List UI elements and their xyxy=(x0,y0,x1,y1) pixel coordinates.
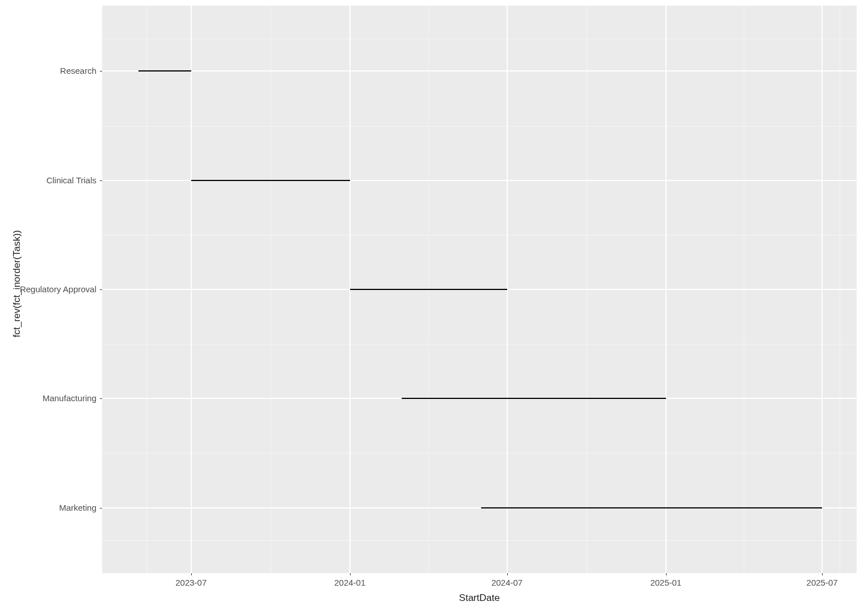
y-tick-label: Research xyxy=(0,66,96,75)
x-tick xyxy=(191,573,192,575)
vgrid-minor xyxy=(146,6,147,573)
x-tick-label: 2023-07 xyxy=(175,578,207,587)
task-bar xyxy=(191,180,350,181)
x-tick-label: 2024-01 xyxy=(334,578,365,587)
y-tick-label: Manufacturing xyxy=(0,393,96,403)
vgrid-major xyxy=(191,6,192,573)
task-bar xyxy=(402,398,666,399)
y-tick xyxy=(100,289,102,290)
x-tick xyxy=(350,573,351,575)
x-tick xyxy=(507,573,508,575)
y-tick-label: Marketing xyxy=(0,503,96,512)
x-tick-label: 2024-07 xyxy=(491,578,523,587)
vgrid-major xyxy=(665,6,667,573)
task-bar xyxy=(138,70,191,72)
task-bar xyxy=(350,289,507,290)
y-tick xyxy=(100,71,102,72)
task-bar xyxy=(481,507,822,508)
x-axis-title: StartDate xyxy=(102,592,857,604)
x-tick xyxy=(822,573,823,575)
vgrid-minor xyxy=(840,6,840,573)
y-tick xyxy=(100,508,102,508)
gantt-chart: StartDate fct_rev(fct_inorder(Task)) Res… xyxy=(0,0,868,614)
vgrid-major xyxy=(821,6,823,573)
y-tick-label: Regulatory Approval xyxy=(0,284,96,294)
x-tick xyxy=(666,573,667,575)
x-tick-label: 2025-07 xyxy=(807,578,838,587)
y-axis-title: fct_rev(fct_inorder(Task)) xyxy=(11,153,23,414)
y-tick xyxy=(100,398,102,399)
x-tick-label: 2025-01 xyxy=(650,578,681,587)
y-tick xyxy=(100,180,102,181)
vgrid-minor xyxy=(587,6,587,573)
plot-panel xyxy=(102,6,857,573)
y-tick-label: Clinical Trials xyxy=(0,175,96,185)
vgrid-minor xyxy=(744,6,744,573)
vgrid-minor xyxy=(271,6,271,573)
